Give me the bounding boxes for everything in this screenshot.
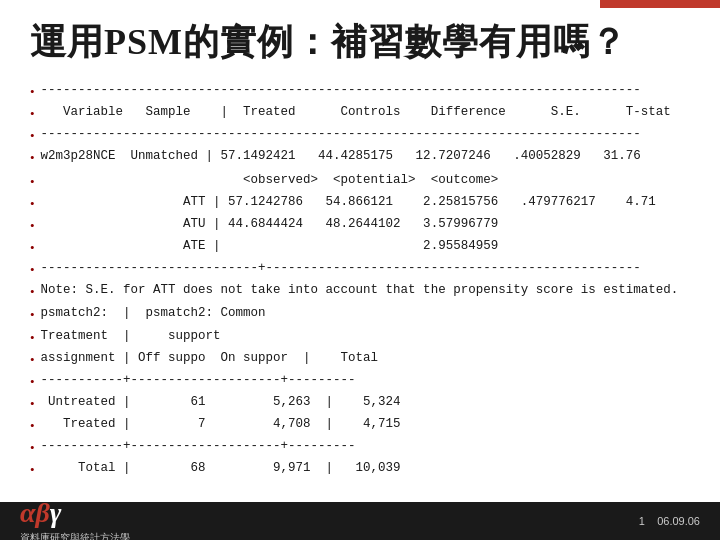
content-line: • ATE | 2.95584959 xyxy=(30,237,690,258)
line-content: ATT | 57.1242786 54.866121 2.25815756 .4… xyxy=(41,193,656,212)
line-content: Treated | 7 4,708 | 4,715 xyxy=(41,415,401,434)
line-content: <observed> <potential> <outcome> xyxy=(41,171,499,190)
bullet-icon: • xyxy=(30,416,35,436)
bullet-icon: • xyxy=(30,260,35,280)
line-content: ----------------------------------------… xyxy=(41,81,641,100)
bottom-right-info: 1 06.09.06 xyxy=(639,515,700,527)
line-content: Note: S.E. for ATT does not take into ac… xyxy=(41,281,679,300)
bullet-icon: • xyxy=(30,216,35,236)
bullet-icon: • xyxy=(30,372,35,392)
line-content: ATU | 44.6844424 48.2644102 3.57996779 xyxy=(41,215,499,234)
bullet-icon: • xyxy=(30,238,35,258)
content-line: •-----------------------------+---------… xyxy=(30,259,690,280)
content-line: •-----------+--------------------+------… xyxy=(30,371,690,392)
content-line: • ATU | 44.6844424 48.2644102 3.57996779 xyxy=(30,215,690,236)
bullet-icon: • xyxy=(30,282,35,302)
content-line: • ATT | 57.1242786 54.866121 2.25815756 … xyxy=(30,193,690,214)
bullet-icon: • xyxy=(30,328,35,348)
line-content: -----------+--------------------+-------… xyxy=(41,371,356,390)
logo-area: αβγ 資料庫研究與統計方法學 xyxy=(20,497,130,540)
content-line: •-----------+--------------------+------… xyxy=(30,437,690,458)
content-line: •Treatment | support xyxy=(30,327,690,348)
line-content: ----------------------------------------… xyxy=(41,125,641,144)
content-line: •psmatch2: | psmatch2: Common xyxy=(30,304,690,325)
line-content: w2m3p28NCE Unmatched | 57.1492421 44.428… xyxy=(41,147,641,166)
top-red-bar xyxy=(600,0,720,8)
logo-subtitle: 資料庫研究與統計方法學 xyxy=(20,531,130,540)
date: 06.09.06 xyxy=(657,515,700,527)
content-line: • Variable Sample | Treated Controls Dif… xyxy=(30,103,690,124)
bullet-icon: • xyxy=(30,126,35,146)
title-area: 運用PSM的實例：補習數學有用嗎？ xyxy=(0,0,720,77)
content-line: • Treated | 7 4,708 | 4,715 xyxy=(30,415,690,436)
content-line: • Untreated | 61 5,263 | 5,324 xyxy=(30,393,690,414)
bullet-icon: • xyxy=(30,394,35,414)
bottom-bar: αβγ 資料庫研究與統計方法學 1 06.09.06 xyxy=(0,502,720,540)
bullet-icon: • xyxy=(30,194,35,214)
content-area: •---------------------------------------… xyxy=(0,77,720,481)
line-content: Untreated | 61 5,263 | 5,324 xyxy=(41,393,401,412)
logo-greek: αβγ xyxy=(20,497,130,529)
line-content: psmatch2: | psmatch2: Common xyxy=(41,304,266,323)
line-content: Treatment | support xyxy=(41,327,221,346)
content-line: •Note: S.E. for ATT does not take into a… xyxy=(30,281,690,302)
content-line: •assignment | Off suppo On suppor | Tota… xyxy=(30,349,690,370)
bullet-icon: • xyxy=(30,460,35,480)
content-line: •---------------------------------------… xyxy=(30,81,690,102)
page-title: 運用PSM的實例：補習數學有用嗎？ xyxy=(30,18,690,67)
content-line: •---------------------------------------… xyxy=(30,125,690,146)
line-content: Total | 68 9,971 | 10,039 xyxy=(41,459,401,478)
content-line: •w2m3p28NCE Unmatched | 57.1492421 44.42… xyxy=(30,147,690,168)
bullet-icon: • xyxy=(30,148,35,168)
bullet-icon: • xyxy=(30,438,35,458)
line-content: Variable Sample | Treated Controls Diffe… xyxy=(41,103,671,122)
content-line: • Total | 68 9,971 | 10,039 xyxy=(30,459,690,480)
content-line: • <observed> <potential> <outcome> xyxy=(30,171,690,192)
bullet-icon: • xyxy=(30,172,35,192)
line-content: -----------+--------------------+-------… xyxy=(41,437,356,456)
bullet-icon: • xyxy=(30,305,35,325)
bullet-icon: • xyxy=(30,82,35,102)
line-content: -----------------------------+----------… xyxy=(41,259,641,278)
line-content: ATE | 2.95584959 xyxy=(41,237,499,256)
bullet-icon: • xyxy=(30,350,35,370)
line-content: assignment | Off suppo On suppor | Total xyxy=(41,349,379,368)
page-number: 1 xyxy=(639,515,645,527)
bullet-icon: • xyxy=(30,104,35,124)
